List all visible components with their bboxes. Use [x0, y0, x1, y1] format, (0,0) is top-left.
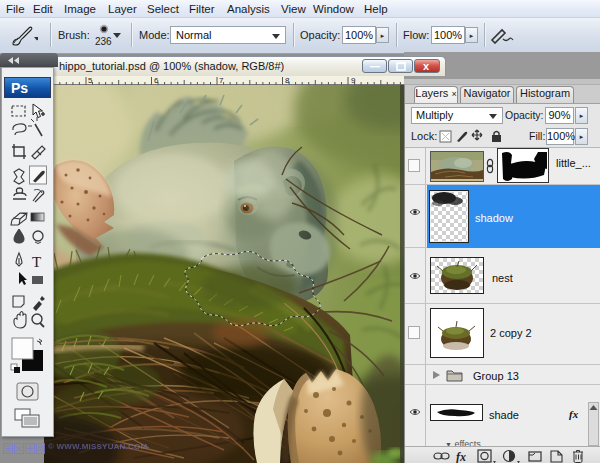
svg-text:fx: fx [456, 450, 466, 463]
svg-text:9: 9 [351, 76, 356, 85]
svg-text:7: 7 [219, 76, 224, 85]
svg-text:© WWW.MISSYUAN.COM: © WWW.MISSYUAN.COM [48, 442, 147, 451]
svg-text:5: 5 [88, 76, 93, 85]
svg-text:8: 8 [285, 76, 290, 85]
svg-text:T: T [32, 254, 41, 270]
svg-text:6: 6 [154, 76, 159, 85]
